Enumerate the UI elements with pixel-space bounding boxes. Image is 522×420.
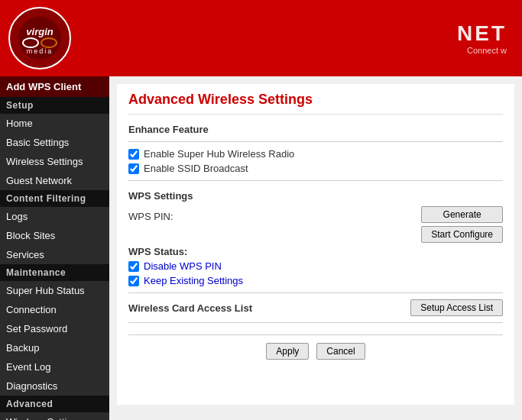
- wps-buttons: Generate Start Configure: [421, 206, 503, 243]
- bottom-buttons: Apply Cancel: [128, 334, 503, 360]
- keep-settings-checkbox[interactable]: [128, 276, 139, 286]
- apply-button[interactable]: Apply: [266, 343, 309, 360]
- header: virgin media NET Connect w: [0, 0, 522, 76]
- sidebar-item-advanced-wireless[interactable]: Wireless Settings: [0, 412, 109, 420]
- sidebar-item-guest-network[interactable]: Guest Network: [0, 171, 109, 190]
- disable-wps-link[interactable]: Disable WPS PIN: [144, 260, 222, 272]
- keep-settings-link[interactable]: Keep Existing Settings: [144, 275, 243, 286]
- wireless-card-row: Wireless Card Access List Setup Access L…: [128, 299, 503, 316]
- disable-wps-checkbox[interactable]: [128, 261, 139, 272]
- content-inner: Advanced Wireless Settings Enhance Featu…: [117, 84, 514, 405]
- svg-text:media: media: [27, 47, 53, 55]
- wps-status-section: WPS Status: Disable WPS PIN Keep Existin…: [128, 246, 503, 286]
- wireless-card-label: Wireless Card Access List: [128, 302, 252, 314]
- logo-area: virgin media: [8, 6, 73, 71]
- wps-pin-label: WPS PIN:: [128, 211, 190, 222]
- enable-radio-checkbox[interactable]: [128, 149, 139, 160]
- divider-2: [128, 180, 503, 181]
- sidebar-item-basic-settings[interactable]: Basic Settings: [0, 133, 109, 152]
- start-configure-button[interactable]: Start Configure: [421, 226, 503, 243]
- sidebar-section-setup: Setup: [0, 97, 109, 114]
- sidebar-section-advanced: Advanced: [0, 396, 109, 412]
- cancel-button[interactable]: Cancel: [316, 343, 365, 360]
- page-title: Advanced Wireless Settings: [128, 92, 503, 115]
- connect-text: Connect w: [457, 46, 507, 55]
- generate-button[interactable]: Generate: [421, 206, 503, 223]
- sidebar-item-diagnostics[interactable]: Diagnostics: [0, 376, 109, 396]
- wps-settings-label: WPS Settings: [128, 190, 503, 202]
- net-text: NET: [457, 21, 507, 46]
- enable-radio-row: Enable Super Hub Wireless Radio: [128, 148, 503, 160]
- enable-ssid-row: Enable SSID Broadcast: [128, 163, 503, 174]
- keep-settings-row: Keep Existing Settings: [128, 275, 503, 286]
- wps-status-label: WPS Status:: [128, 246, 187, 257]
- divider-3: [128, 292, 503, 293]
- sidebar-item-add-wps[interactable]: Add WPS Client: [0, 76, 109, 97]
- enable-ssid-label: Enable SSID Broadcast: [144, 163, 248, 174]
- sidebar-item-wireless-settings[interactable]: Wireless Settings: [0, 152, 109, 171]
- divider-1: [128, 141, 503, 142]
- sidebar-item-services[interactable]: Services: [0, 245, 109, 264]
- sidebar-section-maintenance: Maintenance: [0, 264, 109, 281]
- sidebar-item-logs[interactable]: Logs: [0, 207, 109, 226]
- content-area: Advanced Wireless Settings Enhance Featu…: [109, 76, 522, 420]
- sidebar-section-content-filtering: Content Filtering: [0, 190, 109, 207]
- sidebar-item-backup[interactable]: Backup: [0, 338, 109, 357]
- setup-access-list-button[interactable]: Setup Access List: [410, 299, 503, 316]
- sidebar-item-super-hub-status[interactable]: Super Hub Status: [0, 281, 109, 300]
- enable-ssid-checkbox[interactable]: [128, 163, 139, 174]
- sidebar-item-set-password[interactable]: Set Password: [0, 319, 109, 338]
- divider-4: [128, 322, 503, 323]
- sidebar-item-home[interactable]: Home: [0, 114, 109, 133]
- enhance-feature-label: Enhance Feature: [128, 124, 503, 135]
- wps-left: WPS PIN:: [128, 206, 190, 227]
- sidebar-item-block-sites[interactable]: Block Sites: [0, 226, 109, 245]
- enable-radio-label: Enable Super Hub Wireless Radio: [144, 148, 294, 160]
- sidebar-item-connection[interactable]: Connection: [0, 300, 109, 319]
- sidebar-item-event-log[interactable]: Event Log: [0, 357, 109, 376]
- main-layout: Add WPS Client Setup Home Basic Settings…: [0, 76, 522, 420]
- svg-text:virgin: virgin: [26, 26, 53, 37]
- wps-pin-row: WPS PIN:: [128, 211, 190, 222]
- disable-wps-row: Disable WPS PIN: [128, 260, 503, 272]
- sidebar: Add WPS Client Setup Home Basic Settings…: [0, 76, 109, 420]
- virgin-media-logo: virgin media: [8, 6, 73, 71]
- wps-row: WPS PIN: Generate Start Configure: [128, 206, 503, 243]
- header-right: NET Connect w: [457, 21, 514, 55]
